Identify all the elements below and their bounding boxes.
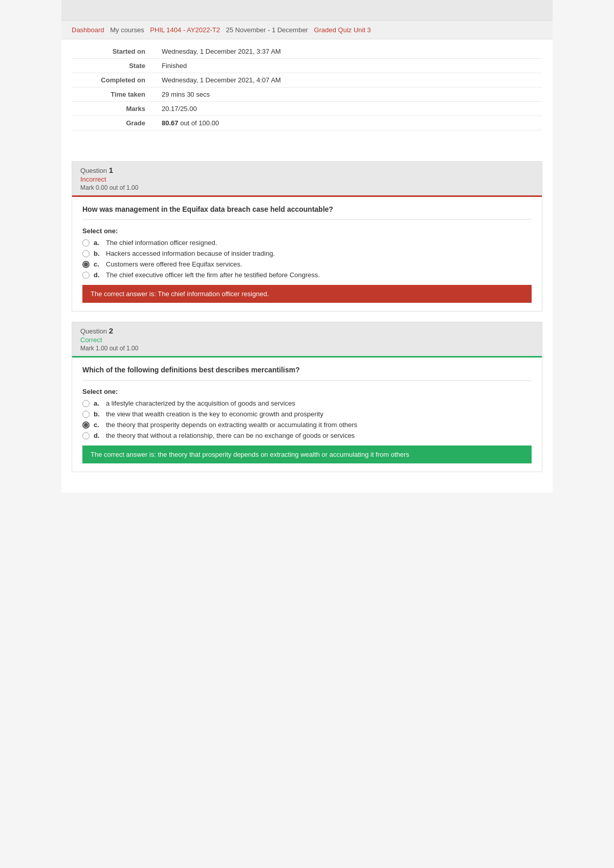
option-letter-2-1: a. bbox=[94, 399, 102, 407]
state-value: Finished bbox=[154, 59, 542, 73]
option-letter-2-2: b. bbox=[94, 410, 102, 418]
option-item-2-4[interactable]: d.the theory that without a relationship… bbox=[82, 432, 532, 439]
option-radio-1-3[interactable] bbox=[82, 261, 90, 268]
option-item-2-3[interactable]: c.the theory that prosperity depends on … bbox=[82, 421, 532, 429]
option-item-2-2[interactable]: b.the view that wealth creation is the k… bbox=[82, 410, 532, 418]
summary-completed-on-row: Completed on Wednesday, 1 December 2021,… bbox=[72, 73, 542, 87]
question-mark-1: Mark 0.00 out of 1.00 bbox=[80, 184, 534, 191]
option-text-2-3: the theory that prosperity depends on ex… bbox=[106, 421, 357, 429]
breadcrumb-my-courses: My courses bbox=[110, 26, 144, 34]
marks-label: Marks bbox=[72, 102, 154, 116]
completed-on-value: Wednesday, 1 December 2021, 4:07 AM bbox=[154, 73, 542, 87]
question-body-1: How was management in the Equifax data b… bbox=[72, 197, 542, 311]
breadcrumb-date-range: 25 November - 1 December bbox=[226, 26, 308, 34]
option-radio-2-2[interactable] bbox=[82, 411, 90, 418]
grade-value: 80.67 out of 100.00 bbox=[154, 116, 542, 130]
question-header-1: Question 1IncorrectMark 0.00 out of 1.00 bbox=[72, 162, 542, 197]
question-label-2: Question 2 bbox=[80, 326, 534, 335]
option-radio-2-4[interactable] bbox=[82, 432, 90, 439]
question-block-1: Question 1IncorrectMark 0.00 out of 1.00… bbox=[72, 161, 542, 311]
summary-started-on-row: Started on Wednesday, 1 December 2021, 3… bbox=[72, 44, 542, 59]
started-on-label: Started on bbox=[72, 44, 154, 59]
question-mark-2: Mark 1.00 out of 1.00 bbox=[80, 345, 534, 352]
option-letter-1-4: d. bbox=[94, 271, 102, 279]
time-taken-label: Time taken bbox=[72, 87, 154, 102]
options-list-2: a.a lifestyle characterized by the acqui… bbox=[82, 399, 532, 439]
summary-marks-row: Marks 20.17/25.00 bbox=[72, 102, 542, 116]
summary-time-taken-row: Time taken 29 mins 30 secs bbox=[72, 87, 542, 102]
question-status-1: Incorrect bbox=[80, 175, 534, 183]
top-bar bbox=[61, 0, 553, 20]
summary-grade-row: Grade 80.67 out of 100.00 bbox=[72, 116, 542, 130]
option-item-2-1[interactable]: a.a lifestyle characterized by the acqui… bbox=[82, 399, 532, 407]
grade-label: Grade bbox=[72, 116, 154, 130]
question-block-2: Question 2CorrectMark 1.00 out of 1.00Wh… bbox=[72, 322, 542, 472]
option-radio-2-1[interactable] bbox=[82, 400, 90, 407]
option-radio-2-3[interactable] bbox=[82, 421, 90, 429]
option-radio-1-1[interactable] bbox=[82, 239, 90, 247]
options-list-1: a.The chief information officer resigned… bbox=[82, 239, 532, 279]
option-text-2-1: a lifestyle characterized by the acquisi… bbox=[106, 399, 295, 407]
summary-table: Started on Wednesday, 1 December 2021, 3… bbox=[72, 44, 542, 130]
question-text-1: How was management in the Equifax data b… bbox=[82, 205, 532, 220]
state-label: State bbox=[72, 59, 154, 73]
breadcrumb-quiz-link[interactable]: Graded Quiz Unit 3 bbox=[314, 26, 371, 34]
select-one-label-1: Select one: bbox=[82, 227, 532, 235]
marks-value: 20.17/25.00 bbox=[154, 102, 542, 116]
question-text-2: Which of the following definitions best … bbox=[82, 366, 532, 381]
option-letter-2-3: c. bbox=[94, 421, 102, 429]
question-label-1: Question 1 bbox=[80, 166, 534, 174]
option-item-1-1[interactable]: a.The chief information officer resigned… bbox=[82, 239, 532, 247]
questions-area: Question 1IncorrectMark 0.00 out of 1.00… bbox=[61, 161, 553, 493]
breadcrumb-course-link[interactable]: PHIL 1404 - AY2022-T2 bbox=[150, 26, 220, 34]
option-item-1-3[interactable]: c.Customers were offered free Equifax se… bbox=[82, 260, 532, 268]
option-text-1-3: Customers were offered free Equifax serv… bbox=[106, 260, 242, 268]
option-text-1-1: The chief information officer resigned. bbox=[106, 239, 217, 247]
option-text-2-2: the view that wealth creation is the key… bbox=[106, 410, 323, 418]
completed-on-label: Completed on bbox=[72, 73, 154, 87]
question-header-2: Question 2CorrectMark 1.00 out of 1.00 bbox=[72, 322, 542, 358]
option-item-1-2[interactable]: b.Hackers accessed information because o… bbox=[82, 250, 532, 257]
breadcrumb: Dashboard My courses PHIL 1404 - AY2022-… bbox=[61, 20, 553, 39]
option-radio-1-2[interactable] bbox=[82, 250, 90, 257]
page-wrapper: Dashboard My courses PHIL 1404 - AY2022-… bbox=[61, 0, 553, 493]
answer-banner-1: The correct answer is: The chief informa… bbox=[82, 285, 532, 303]
answer-banner-2: The correct answer is: the theory that p… bbox=[82, 446, 532, 463]
question-body-2: Which of the following definitions best … bbox=[72, 358, 542, 472]
option-item-1-4[interactable]: d.The chief executive officer left the f… bbox=[82, 271, 532, 279]
option-text-1-4: The chief executive officer left the fir… bbox=[106, 271, 320, 279]
option-letter-1-1: a. bbox=[94, 239, 102, 247]
time-taken-value: 29 mins 30 secs bbox=[154, 87, 542, 102]
summary-area: Started on Wednesday, 1 December 2021, 3… bbox=[61, 44, 553, 151]
option-letter-1-3: c. bbox=[94, 260, 102, 268]
grade-value-bold: 80.67 bbox=[162, 119, 179, 127]
summary-state-row: State Finished bbox=[72, 59, 542, 73]
started-on-value: Wednesday, 1 December 2021, 3:37 AM bbox=[154, 44, 542, 59]
question-status-2: Correct bbox=[80, 336, 534, 344]
select-one-label-2: Select one: bbox=[82, 388, 532, 395]
option-letter-1-2: b. bbox=[94, 250, 102, 257]
option-text-2-4: the theory that without a relationship, … bbox=[106, 432, 355, 439]
option-text-1-2: Hackers accessed information because of … bbox=[106, 250, 275, 257]
breadcrumb-dashboard-link[interactable]: Dashboard bbox=[72, 26, 104, 34]
option-letter-2-4: d. bbox=[94, 432, 102, 439]
option-radio-1-4[interactable] bbox=[82, 272, 90, 279]
